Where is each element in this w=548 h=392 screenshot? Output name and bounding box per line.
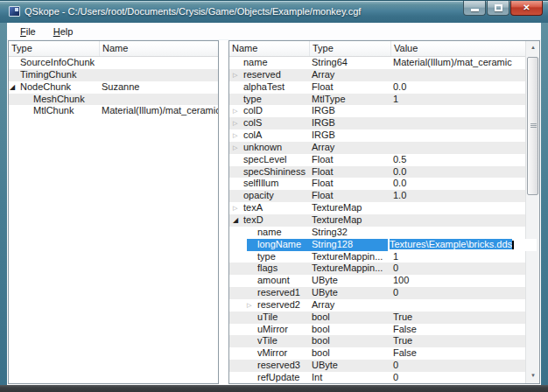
table-row[interactable]: name String64 Material(Illum)/mat_cerami…	[229, 57, 525, 69]
table-row[interactable]: MtlChunk Material(Illum)/mat_ceramic	[9, 105, 218, 117]
table-row[interactable]: ▷colD IRGB	[229, 105, 525, 117]
property-value: 1	[393, 251, 398, 262]
table-row[interactable]: reserved1 UByte 0 0	[229, 287, 525, 299]
property-name: reserved1	[257, 287, 300, 298]
menu-file[interactable]: File	[14, 24, 42, 38]
property-type: bool	[310, 335, 391, 347]
table-row[interactable]: ▷colS IRGB	[229, 117, 525, 130]
value-edit-field[interactable]: Textures\Example\bricks.dds	[391, 239, 525, 251]
property-type: IRGB	[310, 130, 391, 142]
property-name: unknown	[243, 142, 282, 152]
property-name: type	[257, 251, 276, 262]
property-type: Float	[310, 190, 391, 202]
minimize-icon	[471, 9, 479, 11]
property-name: uMirror	[257, 324, 288, 334]
property-name: amount	[257, 275, 290, 285]
expand-arrow-icon[interactable]: ▷	[247, 299, 257, 312]
table-row[interactable]: name String32	[229, 227, 525, 239]
scroll-up-icon[interactable]: ▲	[526, 41, 540, 55]
vertical-scrollbar[interactable]: ▲ ▼	[525, 41, 539, 383]
chunk-type: SourceInfoChunk	[20, 57, 95, 67]
text-caret	[512, 241, 514, 249]
table-row[interactable]: MeshChunk	[9, 94, 218, 106]
table-row[interactable]: refUpdate Int 0 0	[229, 372, 525, 384]
table-row[interactable]: ◢NodeChunk Suzanne	[9, 81, 218, 94]
table-row[interactable]: ▷reserved2 Array	[229, 299, 525, 312]
property-name: name	[243, 57, 268, 67]
property-name: specLevel	[243, 154, 287, 164]
window-title: QSkope - C:/Users/root/Documents/Crysis/…	[25, 1, 361, 23]
expand-arrow-icon[interactable]: ▷	[233, 142, 243, 154]
table-row[interactable]: uTile bool True True	[229, 312, 525, 324]
table-row[interactable]: specLevel Float 0.5 0.5	[229, 154, 525, 166]
property-type: String128	[310, 239, 391, 251]
expand-arrow-icon[interactable]: ▷	[233, 130, 243, 142]
menu-help[interactable]: Help	[47, 24, 80, 38]
table-row[interactable]: ▷reserved Array	[229, 69, 525, 81]
property-type: TextureMap	[310, 214, 391, 227]
table-row[interactable]: selfIllum Float 0.0 0.0	[229, 178, 525, 190]
column-header-value[interactable]: Value	[391, 41, 525, 56]
property-type: Array	[310, 142, 391, 154]
table-row[interactable]: vMirror bool False False	[229, 347, 525, 360]
property-value: 0.0	[393, 81, 406, 92]
column-header-name[interactable]: Name	[229, 41, 310, 56]
chunk-name: Material(Illum)/mat_ceramic	[100, 105, 218, 117]
table-row[interactable]: uMirror bool False False	[229, 324, 525, 336]
table-row[interactable]: vTile bool True True	[229, 335, 525, 347]
table-row[interactable]: SourceInfoChunk	[9, 57, 218, 69]
property-value: 0.5	[393, 154, 406, 164]
property-type: UByte	[310, 275, 391, 287]
table-row[interactable]: ▷colA IRGB	[229, 130, 525, 142]
column-header-name[interactable]: Name	[100, 41, 218, 56]
property-name: colS	[243, 117, 262, 128]
maximize-button[interactable]	[487, 1, 509, 16]
window-border-bottom	[0, 385, 548, 392]
table-row[interactable]: reserved3 UByte 0 0	[229, 360, 525, 372]
close-icon: ✕	[511, 1, 542, 15]
property-name: reserved	[243, 69, 281, 80]
property-value: 1.0	[393, 190, 406, 200]
expand-arrow-icon[interactable]: ◢	[233, 214, 243, 227]
property-type: MtlType	[310, 94, 391, 106]
table-row[interactable]: opacity Float 1.0 1.0	[229, 190, 525, 202]
expand-arrow-icon[interactable]: ▷	[233, 202, 243, 214]
expand-arrow-icon[interactable]: ▷	[233, 105, 243, 117]
table-row[interactable]: alphaTest Float 0.0 0.0	[229, 81, 525, 94]
chunk-tree-rows: SourceInfoChunk TimingChunk ◢NodeChunk S…	[9, 57, 218, 383]
column-header-type[interactable]: Type	[9, 41, 100, 56]
table-row[interactable]: type MtlType 1 1	[229, 94, 525, 106]
property-type: TextureMappin...	[310, 262, 391, 275]
maximize-icon	[495, 4, 502, 11]
scrollbar-grip-icon	[530, 123, 537, 128]
column-header-type[interactable]: Type	[310, 41, 391, 56]
chunk-name	[100, 57, 218, 69]
property-name: opacity	[243, 190, 274, 200]
expand-arrow-icon[interactable]: ▷	[233, 69, 243, 81]
table-row[interactable]: specShininess Float 0.0 0.0	[229, 166, 525, 178]
property-type: TextureMap	[310, 202, 391, 214]
property-value: 0	[393, 262, 398, 273]
chunk-name	[100, 94, 218, 106]
table-row[interactable]: flags TextureMappin... 0 0	[229, 262, 525, 275]
property-type: Array	[310, 69, 391, 81]
close-button[interactable]: ✕	[510, 1, 543, 16]
selected-text: Textures\Example\bricks.dds	[391, 239, 512, 249]
table-row[interactable]: ▷unknown Array	[229, 142, 525, 154]
property-name: name	[257, 227, 282, 237]
scroll-down-icon[interactable]: ▼	[526, 369, 540, 383]
minimize-button[interactable]	[463, 1, 486, 16]
expand-arrow-icon[interactable]: ▷	[233, 117, 243, 130]
table-row[interactable]: longName String128 Textures\Example\bric…	[229, 239, 525, 251]
table-row[interactable]: TimingChunk	[9, 69, 218, 81]
expand-arrow-icon[interactable]: ◢	[10, 81, 20, 94]
property-value: Material(Illum)/mat_ceramic	[393, 57, 512, 67]
table-row[interactable]: amount UByte 100 100	[229, 275, 525, 287]
scrollbar-thumb[interactable]	[527, 57, 538, 195]
property-value: 0.0	[393, 166, 406, 177]
table-row[interactable]: ◢texD TextureMap	[229, 214, 525, 227]
window-controls: ✕	[462, 1, 543, 18]
table-row[interactable]: ▷texA TextureMap	[229, 202, 525, 214]
table-row[interactable]: type TextureMappin... 1 1	[229, 251, 525, 263]
property-value: True	[393, 335, 412, 346]
